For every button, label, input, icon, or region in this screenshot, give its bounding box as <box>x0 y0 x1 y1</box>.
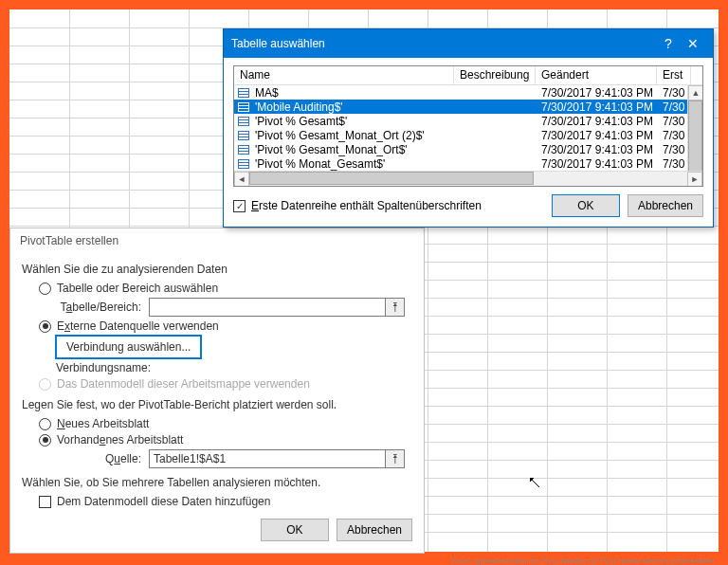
cursor-icon: ⭦ <box>527 474 542 491</box>
opt-external-label: Externe Datenquelle verwenden <box>57 319 219 333</box>
radio-icon <box>39 282 51 295</box>
row-modified: 7/30/2017 9:41:03 PM <box>536 143 657 156</box>
row-modified: 7/30/2017 9:41:03 PM <box>536 115 657 128</box>
row-modified: 7/30/2017 9:41:03 PM <box>536 86 657 100</box>
col-description[interactable]: Beschreibung <box>454 66 536 84</box>
table-row[interactable]: 'Pivot % Gesamt_Monat_Ort$'7/30/2017 9:4… <box>234 142 702 156</box>
close-icon[interactable]: ✕ <box>681 36 705 51</box>
table-row[interactable]: 'Pivot % Gesamt$'7/30/2017 9:41:03 PM7/3… <box>234 114 702 128</box>
radio-icon <box>39 434 51 447</box>
row-name: 'Pivot % Monat_Gesamt$' <box>249 157 454 171</box>
chk-first-row-label: Erste Datenreihe enthält Spaltenüberschr… <box>251 199 482 212</box>
row-modified: 7/30/2017 9:41:03 PM <box>536 157 657 171</box>
multiple-tables-header: Wählen Sie, ob Sie mehrere Tabellen anal… <box>22 476 412 489</box>
radio-icon <box>39 320 51 333</box>
table-list: Name Beschreibung Geändert Erst MA$7/30/… <box>233 65 703 187</box>
table-icon <box>238 159 249 169</box>
opt-new-label: Neues Arbeitsblatt <box>57 417 149 430</box>
select-ok-button[interactable]: OK <box>552 194 620 217</box>
opt-table-label: Tabelle oder Bereich auswählen <box>57 282 218 295</box>
radio-icon <box>39 378 51 391</box>
table-icon <box>238 117 249 126</box>
hscroll-thumb[interactable] <box>249 172 534 185</box>
table-icon <box>238 131 249 140</box>
lbl-table-range: Tabelle/Bereich: <box>56 301 149 314</box>
choose-connection-button[interactable]: Verbindung auswählen... <box>56 336 201 358</box>
col-name[interactable]: Name <box>234 66 454 84</box>
image-caption: Excel: Spezialtechniken für Pivot-Tabell… <box>452 557 715 564</box>
horizontal-scrollbar[interactable]: ◄ ► <box>234 171 702 186</box>
row-created: 7/30 <box>657 129 691 142</box>
pivot-create-dialog: PivotTable erstellen Wählen Sie die zu a… <box>9 228 425 554</box>
row-modified: 7/30/2017 9:41:03 PM <box>536 100 657 114</box>
table-row[interactable]: 'Mobile Auditing$'7/30/2017 9:41:03 PM7/… <box>234 100 702 114</box>
row-created: 7/30 <box>657 86 691 100</box>
checkbox-icon <box>233 200 246 212</box>
analyze-data-label: Wählen Sie die zu analysierenden Daten <box>22 263 412 276</box>
row-modified: 7/30/2017 9:41:03 PM <box>536 129 657 142</box>
table-list-header[interactable]: Name Beschreibung Geändert Erst <box>234 66 702 85</box>
row-name: 'Mobile Auditing$' <box>249 100 454 114</box>
scroll-up-icon[interactable]: ▲ <box>688 85 703 100</box>
opt-new-sheet[interactable]: Neues Arbeitsblatt <box>39 417 412 430</box>
opt-datamodel-label: Das Datenmodell dieser Arbeitsmappe verw… <box>57 377 310 391</box>
pivot-cancel-button[interactable]: Abbrechen <box>337 519 412 541</box>
scroll-right-icon[interactable]: ► <box>687 172 702 187</box>
select-dialog-titlebar[interactable]: Tabelle auswählen ? ✕ <box>224 29 713 58</box>
table-row[interactable]: MA$7/30/2017 9:41:03 PM7/30 <box>234 85 702 100</box>
opt-existing-label: Vorhandenes Arbeitsblatt <box>57 433 183 447</box>
row-name: MA$ <box>249 86 454 100</box>
help-icon[interactable]: ? <box>656 36 681 51</box>
range-picker-icon[interactable]: ⭱ <box>386 298 405 317</box>
vscroll-thumb[interactable] <box>688 100 702 176</box>
location-input[interactable]: Tabelle1!$A$1 <box>149 449 386 468</box>
row-created: 7/30 <box>657 115 691 128</box>
row-created: 7/30 <box>657 100 691 114</box>
opt-external-source[interactable]: Externe Datenquelle verwenden <box>39 319 412 333</box>
opt-workbook-datamodel: Das Datenmodell dieser Arbeitsmappe verw… <box>39 377 412 391</box>
opt-table-or-range[interactable]: Tabelle oder Bereich auswählen <box>39 282 412 295</box>
opt-existing-sheet[interactable]: Vorhandenes Arbeitsblatt <box>39 433 412 447</box>
table-icon <box>238 88 249 98</box>
table-icon <box>238 102 249 112</box>
table-row[interactable]: 'Pivot % Monat_Gesamt$'7/30/2017 9:41:03… <box>234 156 702 171</box>
select-table-dialog: Tabelle auswählen ? ✕ Name Beschreibung … <box>223 28 714 228</box>
chk-add-to-datamodel[interactable]: Dem Datenmodell diese Daten hinzufügen <box>39 495 412 508</box>
table-icon <box>238 145 249 155</box>
row-created: 7/30 <box>657 143 691 156</box>
chk-first-row-headers[interactable]: Erste Datenreihe enthält Spaltenüberschr… <box>233 199 482 212</box>
row-name: 'Pivot % Gesamt_Monat_Ort (2)$' <box>249 129 454 142</box>
vertical-scrollbar[interactable]: ▲ ▼ <box>687 85 702 171</box>
row-name: 'Pivot % Gesamt$' <box>249 115 454 128</box>
pivot-ok-button[interactable]: OK <box>261 519 329 541</box>
pivot-dialog-title: PivotTable erstellen <box>10 228 424 253</box>
col-modified[interactable]: Geändert <box>536 66 657 84</box>
col-created[interactable]: Erst <box>657 66 691 84</box>
radio-icon <box>39 418 51 430</box>
scroll-left-icon[interactable]: ◄ <box>234 172 249 187</box>
table-range-input[interactable] <box>149 298 386 317</box>
placement-header: Legen Sie fest, wo der PivotTable-Berich… <box>22 398 412 411</box>
row-name: 'Pivot % Gesamt_Monat_Ort$' <box>249 143 454 156</box>
chk-datamodel-label: Dem Datenmodell diese Daten hinzufügen <box>57 495 270 508</box>
select-dialog-title: Tabelle auswählen <box>231 37 325 50</box>
row-created: 7/30 <box>657 157 691 171</box>
range-picker-icon[interactable]: ⭱ <box>386 449 405 468</box>
connection-name-label: Verbindungsname: <box>56 361 412 374</box>
lbl-quelle: Quelle: <box>56 452 149 465</box>
table-row[interactable]: 'Pivot % Gesamt_Monat_Ort (2)$'7/30/2017… <box>234 128 702 142</box>
checkbox-icon <box>39 496 51 508</box>
select-cancel-button[interactable]: Abbrechen <box>628 194 703 217</box>
